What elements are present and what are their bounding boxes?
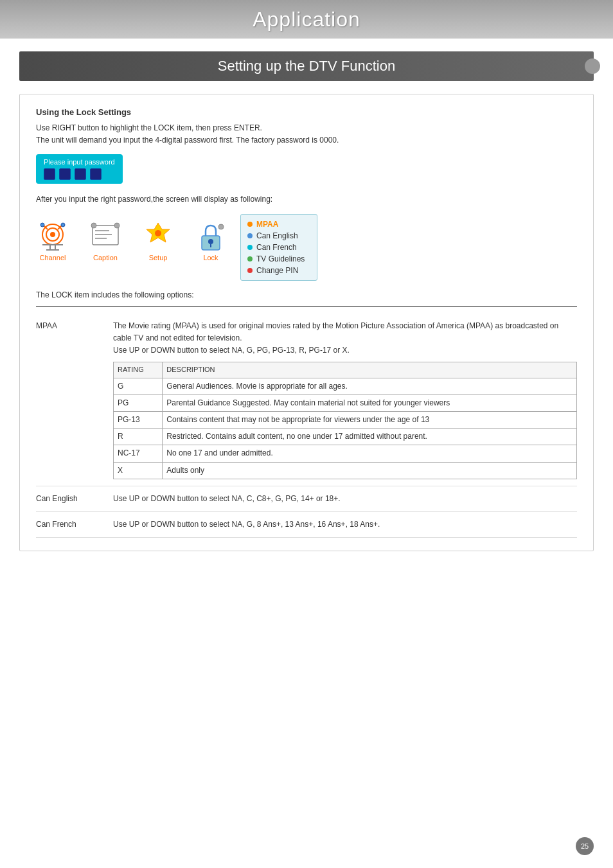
lock-desc-line2: The unit will demand you input the 4-dig… bbox=[36, 136, 339, 145]
content-box: Using the Lock Settings Use RIGHT button… bbox=[19, 94, 594, 551]
rating-cell: X bbox=[114, 462, 163, 479]
lock-menu-item-tv-guidelines: TV Guidelines bbox=[247, 253, 310, 265]
options-divider-top bbox=[36, 306, 577, 307]
icon-lock-label: Lock bbox=[203, 254, 218, 261]
description-cell: General Audiences. Movie is appropriate … bbox=[163, 378, 577, 394]
icon-setup-label: Setup bbox=[149, 254, 168, 261]
icon-caption-label: Caption bbox=[93, 254, 118, 261]
icon-channel: Channel bbox=[36, 220, 69, 261]
lock-menu-item-mpaa: MPAA bbox=[247, 218, 310, 230]
password-label: Please input password bbox=[44, 158, 115, 166]
table-row: XAdults only bbox=[114, 462, 577, 479]
svg-point-18 bbox=[155, 230, 161, 236]
svg-rect-11 bbox=[93, 226, 118, 245]
description-cell: Restricted. Contains adult content, no o… bbox=[163, 429, 577, 445]
rating-cell: PG-13 bbox=[114, 412, 163, 429]
main-content: Setting up the DTV Function Using the Lo… bbox=[0, 39, 613, 583]
page-number: 25 bbox=[576, 837, 594, 855]
bullet-change-pin bbox=[247, 268, 253, 273]
lock-menu-item-change-pin: Change PIN bbox=[247, 265, 310, 276]
option-row-can-english: Can English Use UP or DOWN button to sel… bbox=[36, 486, 577, 512]
description-cell: No one 17 and under admitted. bbox=[163, 445, 577, 462]
svg-point-22 bbox=[218, 224, 224, 229]
mpaa-description: The Movie rating (MPAA) is used for orig… bbox=[113, 320, 577, 357]
lock-desc-line1: Use RIGHT button to highlight the LOCK i… bbox=[36, 123, 262, 132]
svg-point-6 bbox=[61, 223, 65, 227]
password-dot-4 bbox=[90, 168, 102, 180]
lock-options-intro: The LOCK item includes the following opt… bbox=[36, 290, 577, 299]
svg-point-4 bbox=[40, 223, 44, 227]
header: Application bbox=[0, 0, 613, 39]
icon-channel-label: Channel bbox=[40, 254, 66, 261]
password-box: Please input password bbox=[36, 154, 123, 184]
icon-lock: Lock bbox=[194, 220, 227, 261]
password-fields bbox=[44, 168, 115, 180]
table-row: NC-17No one 17 and under admitted. bbox=[114, 445, 577, 462]
option-content-mpaa: The Movie rating (MPAA) is used for orig… bbox=[113, 320, 577, 479]
rating-table: RATING DESCRIPTION GGeneral Audiences. M… bbox=[113, 362, 577, 479]
table-row: PG-13Contains content that may not be ap… bbox=[114, 412, 577, 429]
bullet-can-french bbox=[247, 245, 253, 250]
password-dot-1 bbox=[44, 168, 55, 180]
lock-settings-heading: Using the Lock Settings bbox=[36, 107, 577, 117]
rating-cell: PG bbox=[114, 394, 163, 411]
section-title-circle bbox=[585, 58, 600, 74]
password-dot-3 bbox=[75, 168, 86, 180]
table-row: RRestricted. Contains adult content, no … bbox=[114, 429, 577, 445]
description-cell: Contains content that may not be appropr… bbox=[163, 412, 577, 429]
bullet-tv-guidelines bbox=[247, 256, 253, 261]
bullet-mpaa bbox=[247, 222, 253, 227]
description-col-header: DESCRIPTION bbox=[163, 362, 577, 378]
svg-point-2 bbox=[50, 232, 55, 237]
section-title-bar: Setting up the DTV Function bbox=[19, 51, 594, 81]
icons-row: Channel Caption bbox=[36, 220, 227, 261]
icon-setup: Setup bbox=[141, 220, 175, 261]
option-content-can-english: Use UP or DOWN button to select NA, C, C… bbox=[113, 493, 577, 505]
option-row-can-french: Can French Use UP or DOWN button to sele… bbox=[36, 512, 577, 538]
option-label-mpaa: MPAA bbox=[36, 320, 113, 479]
lock-menu: MPAA Can English Can French TV Guideline… bbox=[240, 214, 317, 281]
rating-col-header: RATING bbox=[114, 362, 163, 378]
option-content-can-french: Use UP or DOWN button to select NA, G, 8… bbox=[113, 518, 577, 531]
lock-menu-item-can-french: Can French bbox=[247, 242, 310, 253]
table-row: PGParental Guidance Suggested. May conta… bbox=[114, 394, 577, 411]
option-label-can-english: Can English bbox=[36, 493, 113, 505]
icon-caption: Caption bbox=[89, 220, 122, 261]
svg-point-16 bbox=[114, 223, 120, 228]
page-title: Application bbox=[253, 8, 360, 31]
description-cell: Parental Guidance Suggested. May contain… bbox=[163, 394, 577, 411]
description-cell: Adults only bbox=[163, 462, 577, 479]
table-row: GGeneral Audiences. Movie is appropriate… bbox=[114, 378, 577, 394]
option-label-can-french: Can French bbox=[36, 518, 113, 531]
rating-cell: G bbox=[114, 378, 163, 394]
rating-cell: NC-17 bbox=[114, 445, 163, 462]
svg-point-15 bbox=[91, 223, 96, 228]
bullet-can-english bbox=[247, 233, 253, 238]
after-password-text: After you input the right password,the s… bbox=[36, 193, 577, 206]
password-dot-2 bbox=[59, 168, 71, 180]
lock-description: Use RIGHT button to highlight the LOCK i… bbox=[36, 122, 577, 146]
svg-point-20 bbox=[208, 239, 213, 244]
section-title: Setting up the DTV Function bbox=[218, 58, 395, 75]
lock-menu-item-can-english: Can English bbox=[247, 230, 310, 242]
rating-cell: R bbox=[114, 429, 163, 445]
option-row-mpaa: MPAA The Movie rating (MPAA) is used for… bbox=[36, 314, 577, 486]
